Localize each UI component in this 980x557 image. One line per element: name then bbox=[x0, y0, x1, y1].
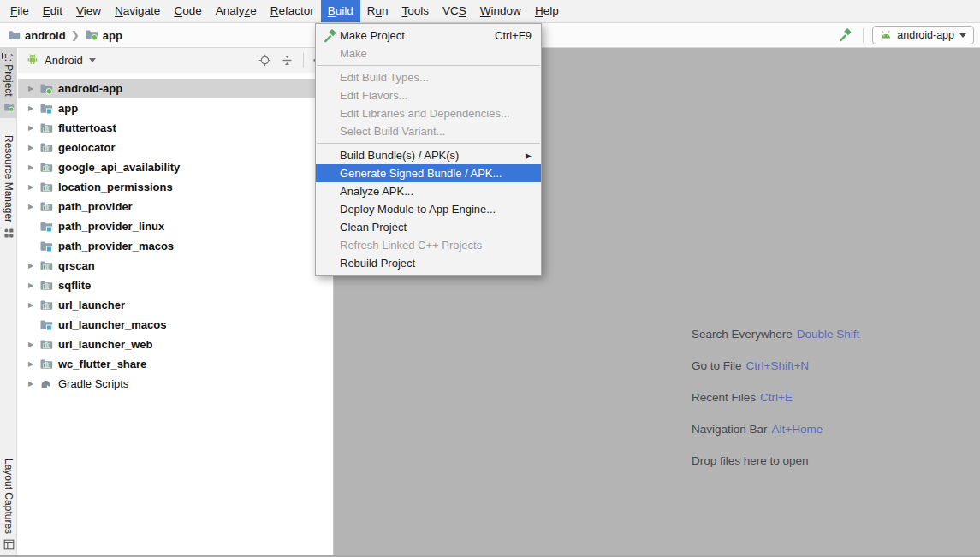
tree-row-google-api-availability[interactable]: ▶ google_api_availability bbox=[18, 157, 333, 177]
expand-arrow-icon[interactable]: ▶ bbox=[26, 144, 36, 151]
shortcut-hint-label: Recent Files bbox=[692, 391, 756, 404]
tree-item-label: Gradle Scripts bbox=[58, 377, 128, 390]
tree-row-wc-flutter-share[interactable]: ▶ wc_flutter_share bbox=[18, 354, 333, 374]
menu-tools[interactable]: Tools bbox=[395, 0, 437, 22]
menu-item-label: Edit Libraries and Dependencies... bbox=[340, 107, 510, 120]
menu-edit[interactable]: Edit bbox=[36, 0, 69, 22]
tree-row-url-launcher-macos[interactable]: url_launcher_macos bbox=[18, 315, 333, 335]
locate-icon[interactable] bbox=[258, 54, 271, 67]
tree-row-app[interactable]: ▶ app bbox=[18, 98, 333, 118]
folder-lib-icon bbox=[39, 299, 55, 312]
menu-navigate[interactable]: Navigate bbox=[108, 0, 167, 22]
tree-item-label: fluttertoast bbox=[58, 121, 116, 134]
tree-item-label: geolocator bbox=[58, 141, 115, 154]
menu-analyze[interactable]: Analyze bbox=[209, 0, 264, 22]
tree-row-path-provider[interactable]: ▶ path_provider bbox=[18, 197, 333, 216]
tree-row-gradle-scripts[interactable]: ▶Gradle Scripts bbox=[18, 374, 333, 394]
menu-item-clean-project[interactable]: Clean Project bbox=[316, 218, 541, 236]
project-tool-window: Android ▶ android-app▶ app▶ fluttertoast… bbox=[18, 48, 334, 557]
menu-item-generate-signed-bundle-apk[interactable]: Generate Signed Bundle / APK... bbox=[316, 164, 541, 182]
menu-window[interactable]: Window bbox=[473, 0, 528, 22]
tree-row-sqflite[interactable]: ▶ sqflite bbox=[18, 276, 333, 295]
build-hammer-button[interactable] bbox=[835, 26, 854, 44]
breadcrumb-label: app bbox=[103, 29, 122, 42]
menu-separator bbox=[317, 143, 540, 144]
menu-code[interactable]: Code bbox=[167, 0, 208, 22]
breadcrumb-separator-icon: ❯ bbox=[71, 29, 80, 41]
expand-arrow-icon[interactable]: ▶ bbox=[26, 104, 36, 112]
menu-item-label: Edit Flavors... bbox=[340, 89, 407, 102]
expand-arrow-icon[interactable]: ▶ bbox=[26, 341, 36, 348]
expand-arrow-icon[interactable]: ▶ bbox=[26, 183, 36, 191]
tree-row-android-app[interactable]: ▶ android-app bbox=[18, 79, 333, 98]
breadcrumb: android❯ app bbox=[0, 28, 122, 42]
breadcrumb-item-android[interactable]: android bbox=[8, 29, 66, 42]
hammer-icon bbox=[323, 29, 340, 43]
expand-arrow-icon[interactable]: ▶ bbox=[26, 380, 36, 388]
tree-row-url-launcher[interactable]: ▶ url_launcher bbox=[18, 295, 333, 315]
collapse-all-icon[interactable] bbox=[281, 54, 294, 67]
folder-lib-icon bbox=[39, 161, 55, 175]
expand-arrow-icon[interactable]: ▶ bbox=[26, 281, 36, 289]
project-view-selector[interactable]: Android bbox=[27, 53, 96, 68]
menu-item-shortcut: Ctrl+F9 bbox=[495, 29, 532, 42]
tool-window-tab-layout-captures[interactable]: Layout Captures bbox=[0, 453, 17, 555]
tool-window-tab-1-project[interactable]: 1: Project bbox=[0, 48, 17, 118]
menu-item-analyze-apk[interactable]: Analyze APK... bbox=[316, 182, 541, 200]
build-menu-popup: Make ProjectCtrl+F9MakeEdit Build Types.… bbox=[315, 23, 542, 276]
menu-item-label: Generate Signed Bundle / APK... bbox=[340, 167, 502, 180]
tree-item-label: location_permissions bbox=[58, 181, 173, 193]
expand-arrow-icon[interactable]: ▶ bbox=[26, 124, 36, 132]
android-studio-window: FileEditViewNavigateCodeAnalyzeRefactorB… bbox=[0, 0, 980, 557]
gradle-icon bbox=[39, 377, 55, 390]
shortcut-hint-go-to-file: Go to FileCtrl+Shift+N bbox=[692, 350, 859, 382]
run-config-select[interactable]: android-app bbox=[872, 26, 974, 44]
tree-row-path-provider-linux[interactable]: path_provider_linux bbox=[18, 216, 333, 236]
menu-item-deploy-module-to-app-engine[interactable]: Deploy Module to App Engine... bbox=[316, 200, 541, 218]
shortcut-hint-label: Go to File bbox=[692, 359, 742, 372]
menu-build[interactable]: Build bbox=[321, 0, 360, 22]
breadcrumb-item-app[interactable]: app bbox=[85, 28, 122, 42]
tool-window-tab-resource-manager[interactable]: Resource Manager bbox=[0, 130, 17, 244]
menu-item-make-project[interactable]: Make ProjectCtrl+F9 bbox=[316, 27, 541, 44]
resource-manager-icon bbox=[3, 228, 15, 239]
expand-arrow-icon[interactable]: ▶ bbox=[26, 203, 36, 210]
folder-square-icon bbox=[39, 220, 55, 234]
shortcut-hint-key: Alt+Home bbox=[772, 423, 823, 436]
header-divider bbox=[303, 53, 304, 68]
tree-item-label: path_provider_linux bbox=[58, 220, 164, 233]
menu-run[interactable]: Run bbox=[360, 0, 395, 22]
expand-arrow-icon[interactable]: ▶ bbox=[26, 360, 36, 368]
tree-row-path-provider-macos[interactable]: path_provider_macos bbox=[18, 236, 333, 256]
expand-arrow-icon[interactable]: ▶ bbox=[26, 262, 36, 270]
tree-item-label: url_launcher_web bbox=[58, 338, 153, 351]
menu-item-edit-build-types: Edit Build Types... bbox=[316, 68, 541, 86]
menu-item-label: Build Bundle(s) / APK(s) bbox=[340, 149, 459, 162]
menu-item-label: Make Project bbox=[340, 29, 405, 42]
expand-arrow-icon[interactable]: ▶ bbox=[26, 85, 36, 92]
menu-item-label: Select Build Variant... bbox=[340, 125, 445, 138]
project-tree: ▶ android-app▶ app▶ fluttertoast▶ geoloc… bbox=[18, 73, 333, 394]
expand-arrow-icon[interactable]: ▶ bbox=[26, 301, 36, 309]
menu-item-label: Rebuild Project bbox=[340, 257, 415, 270]
menu-vcs[interactable]: VCS bbox=[436, 0, 473, 22]
menu-refactor[interactable]: Refactor bbox=[264, 0, 321, 22]
menu-item-rebuild-project[interactable]: Rebuild Project bbox=[316, 254, 541, 272]
expand-arrow-icon[interactable]: ▶ bbox=[26, 163, 36, 171]
tool-window-tab-label: 1: Project bbox=[3, 53, 15, 97]
menu-item-build-bundle-s-apk-s[interactable]: Build Bundle(s) / APK(s)▶ bbox=[316, 146, 541, 164]
folder-lib-icon bbox=[39, 181, 55, 194]
tree-row-qrscan[interactable]: ▶ qrscan bbox=[18, 256, 333, 276]
shortcut-hint-navigation-bar: Navigation BarAlt+Home bbox=[692, 413, 859, 445]
menu-help[interactable]: Help bbox=[528, 0, 566, 22]
menu-view[interactable]: View bbox=[69, 0, 108, 22]
tree-row-location-permissions[interactable]: ▶ location_permissions bbox=[18, 177, 333, 197]
tree-item-label: google_api_availability bbox=[58, 161, 180, 174]
breadcrumb-label: android bbox=[25, 29, 66, 42]
tree-item-label: sqflite bbox=[58, 279, 91, 292]
tree-row-geolocator[interactable]: ▶ geolocator bbox=[18, 138, 333, 157]
tree-row-url-launcher-web[interactable]: ▶ url_launcher_web bbox=[18, 335, 333, 354]
tree-item-label: wc_flutter_share bbox=[58, 358, 146, 370]
menu-file[interactable]: File bbox=[3, 0, 36, 22]
tree-row-fluttertoast[interactable]: ▶ fluttertoast bbox=[18, 118, 333, 138]
